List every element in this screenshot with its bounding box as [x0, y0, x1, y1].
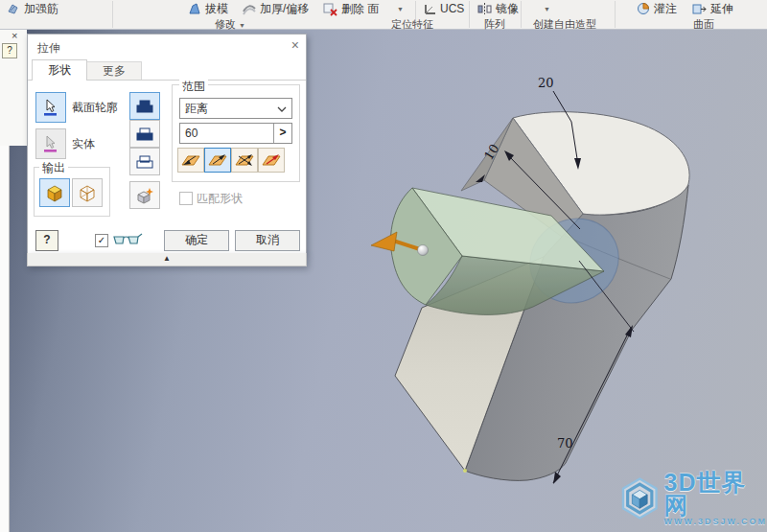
panel-help-button[interactable]: ? — [2, 43, 17, 58]
preview-glasses-icon — [112, 232, 143, 247]
distance-value: 60 — [180, 127, 198, 140]
ribbon-group-modify[interactable]: 修改 ▼ — [215, 17, 245, 32]
solids-label: 实体 — [72, 136, 95, 152]
toolbar-item-ucs[interactable]: UCS — [423, 1, 464, 16]
profile-select-button[interactable] — [35, 92, 66, 123]
profile-label: 截面轮廓 — [72, 100, 118, 116]
help-button[interactable]: ? — [35, 230, 58, 251]
boolean-join-button[interactable] — [129, 92, 160, 120]
toolbar-item-delete-face[interactable]: 删除 面 — [322, 1, 379, 16]
watermark-url: WWW.3DSJW.COM — [664, 517, 767, 526]
extend-icon — [691, 1, 708, 16]
watermark: 3D世界网 WWW.3DSJW.COM — [619, 470, 767, 527]
vertex-highlight — [463, 469, 467, 473]
toolbar-separator — [521, 1, 522, 28]
solids-select-button[interactable] — [35, 128, 66, 159]
delete-face-icon — [322, 1, 338, 16]
output-surface-button[interactable] — [72, 178, 103, 207]
ok-button[interactable]: 确定 — [164, 230, 229, 251]
toolbar-item-rib[interactable]: 加强筋 — [6, 1, 58, 16]
extrude-dialog: 拉伸 × 形状 更多 截面轮廓 实体 输出 — [27, 34, 307, 254]
extent-type-dropdown[interactable]: 距离 — [179, 98, 292, 119]
sculpt-icon — [636, 1, 651, 16]
dialog-title: 拉伸 — [37, 40, 60, 57]
new-solid-icon — [135, 187, 154, 204]
measure-flyout-button[interactable]: > — [273, 124, 291, 143]
ribbon-group-surface[interactable]: 曲面 — [693, 17, 714, 32]
toolbar-item-thicken-offset[interactable]: 加厚/偏移 — [242, 1, 309, 16]
boolean-intersect-button[interactable] — [129, 148, 160, 175]
direction-symmetric-icon — [233, 150, 256, 170]
cut-icon — [136, 127, 153, 142]
toolbar-separator — [112, 1, 113, 28]
ribbon-group-pattern[interactable]: 阵列 — [484, 17, 505, 32]
dialog-close-icon[interactable]: × — [291, 38, 299, 52]
join-icon — [136, 99, 153, 114]
toolbar-separator — [615, 1, 616, 28]
toolbar-item-mirror[interactable]: 镜像 — [476, 1, 519, 16]
ribbon-group-create-freeform[interactable]: 创建自由造型 — [533, 17, 596, 32]
chevron-down-icon — [277, 106, 287, 112]
dim-label-70: 70 — [557, 436, 573, 451]
toolbar-item-draft[interactable]: 拔模 — [187, 1, 228, 16]
match-shape-checkbox[interactable] — [179, 192, 193, 205]
intersect-icon — [136, 154, 153, 170]
freeform-flyout-caret[interactable]: ▼ — [544, 1, 550, 16]
browser-panel-top: × ? — [0, 29, 27, 146]
direction-1-icon — [179, 150, 202, 170]
ribbon-toolbar: 加强筋 拔模 加厚/偏移 删除 面 ▼ UCS 镜像 ▼ — [0, 0, 767, 30]
cancel-button[interactable]: 取消 — [235, 230, 300, 251]
toolbar-separator — [469, 1, 470, 28]
output-solid-button[interactable] — [39, 178, 70, 207]
distance-input[interactable]: 60 > — [179, 123, 292, 144]
new-solid-button[interactable] — [129, 181, 160, 209]
panel-close-button[interactable]: × — [12, 31, 17, 40]
application-window: 20 10 70 × ? 3D世界网 WWW.3DSJW.COM 加强筋 — [0, 0, 767, 532]
direction-2-button[interactable] — [204, 148, 231, 173]
toolbar-item-sculpt[interactable]: 灌注 — [636, 1, 677, 16]
thicken-offset-icon — [242, 1, 257, 16]
tab-shape[interactable]: 形状 — [32, 59, 87, 81]
solids-cursor-icon — [41, 134, 60, 153]
surface-cube-icon — [77, 183, 98, 202]
dialog-collapse-bar[interactable]: ▲ — [27, 253, 307, 266]
direction-symmetric-button[interactable] — [231, 148, 258, 173]
extent-type-value: 距离 — [180, 101, 208, 117]
direction-asymmetric-icon — [260, 150, 283, 170]
preview-checkbox[interactable]: ✓ — [95, 234, 108, 247]
draft-icon — [187, 1, 202, 16]
ucs-icon — [423, 1, 437, 16]
output-group-label: 输出 — [39, 160, 68, 176]
mirror-icon — [476, 1, 493, 16]
direction-asymmetric-button[interactable] — [258, 148, 285, 173]
ribbon-group-work-features[interactable]: 定位特征 — [391, 17, 433, 32]
manipulator-grip-sphere[interactable] — [418, 245, 429, 256]
modify-flyout-caret[interactable]: ▼ — [397, 1, 404, 16]
tab-more[interactable]: 更多 — [86, 61, 142, 81]
solid-cube-icon — [44, 183, 65, 202]
dim-label-20: 20 — [538, 76, 554, 90]
toolbar-item-extend[interactable]: 延伸 — [691, 1, 733, 16]
extents-group-label: 范围 — [179, 79, 208, 95]
direction-1-button[interactable] — [177, 148, 204, 173]
direction-2-icon — [206, 150, 229, 170]
watermark-logo-icon — [619, 472, 661, 525]
profile-cursor-icon — [41, 98, 60, 117]
match-shape-label: 匹配形状 — [197, 191, 243, 207]
boolean-cut-button[interactable] — [129, 120, 160, 148]
watermark-title: 3D世界网 — [664, 471, 767, 517]
rib-icon — [6, 1, 21, 16]
